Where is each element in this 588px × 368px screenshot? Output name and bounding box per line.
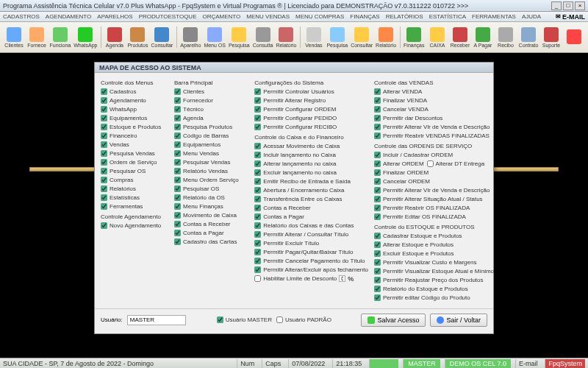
save-button[interactable]: Salvar Acesso bbox=[361, 314, 426, 327]
chk-vendas[interactable] bbox=[101, 141, 107, 148]
toolbar-caixa[interactable]: CAIXA bbox=[426, 24, 448, 51]
chk-master[interactable] bbox=[217, 316, 223, 323]
toolbar-finanças[interactable]: Finanças bbox=[403, 24, 426, 51]
toolbar-menu os[interactable]: Menu OS bbox=[203, 24, 227, 51]
chk-padrao[interactable] bbox=[276, 316, 283, 323]
user-input[interactable] bbox=[127, 315, 186, 325]
chk-permitir-configurar-[interactable] bbox=[254, 115, 261, 121]
chk-pesquisa-produtos[interactable] bbox=[174, 124, 181, 130]
menu-menu-compras[interactable]: MENU COMPRAS bbox=[295, 12, 344, 21]
chk-c-digo-de-barras[interactable] bbox=[174, 132, 181, 139]
chk-agenda[interactable] bbox=[174, 115, 181, 121]
chk-contas-a-pagar[interactable] bbox=[174, 230, 181, 236]
toolbar-whatsapp[interactable]: WhatsApp bbox=[73, 24, 98, 51]
menu-menu-vendas[interactable]: MENU VENDAS bbox=[246, 12, 290, 21]
chk-relat-rio-da-os[interactable] bbox=[174, 194, 181, 201]
chk-alterar-venda[interactable] bbox=[374, 88, 381, 95]
chk-fornecedor[interactable] bbox=[174, 97, 181, 104]
email-indicator[interactable]: ✉ E-MAIL bbox=[556, 12, 585, 21]
chk-incluir-lan-amento-n[interactable] bbox=[254, 152, 261, 158]
chk-relat-rio-dos-caixas[interactable] bbox=[254, 222, 261, 229]
chk-relat-rio-vendas[interactable] bbox=[174, 168, 181, 174]
toolbar-relatório[interactable]: Relatório bbox=[275, 24, 298, 51]
chk-menu-vendas[interactable] bbox=[174, 150, 181, 157]
chk-cadastrar-estoque-e-[interactable] bbox=[374, 233, 381, 239]
toolbar-suporte[interactable]: Suporte bbox=[540, 24, 562, 51]
chk-permitir-alterar-sit[interactable] bbox=[374, 196, 381, 202]
chk-clientes[interactable] bbox=[174, 88, 181, 95]
toolbar-aparelho[interactable]: Aparelho bbox=[179, 24, 202, 51]
toolbar-pesquisa[interactable]: Pesquisa bbox=[227, 24, 251, 51]
chk-alterar-ordem[interactable] bbox=[374, 160, 381, 167]
chk-equipamentos[interactable] bbox=[101, 115, 107, 121]
chk-permitir-reajustar-p[interactable] bbox=[374, 277, 381, 283]
menu-agendamento[interactable]: AGENDAMENTO bbox=[46, 12, 92, 21]
chk-permitir-alterar-exc[interactable] bbox=[254, 266, 261, 273]
chk-ordem-de-servi-o[interactable] bbox=[101, 159, 107, 166]
toolbar-funciona[interactable]: Funciona bbox=[49, 24, 72, 51]
toolbar-relatório[interactable]: Relatório bbox=[375, 24, 398, 51]
toolbar-produtos[interactable]: Produtos bbox=[126, 24, 149, 51]
chk-cancelar-ordem[interactable] bbox=[374, 178, 381, 185]
toolbar-agenda[interactable]: Agenda bbox=[104, 24, 126, 51]
chk-incluir-cadastrar-or[interactable] bbox=[374, 152, 381, 158]
chk-alterar-dt-entrega[interactable] bbox=[427, 160, 434, 167]
chk-pesquisar-vendas[interactable] bbox=[174, 159, 181, 166]
chk-permitir-editar-os-f[interactable] bbox=[374, 213, 381, 220]
chk-t-cnico[interactable] bbox=[174, 106, 181, 113]
chk-financeiro[interactable] bbox=[101, 132, 107, 139]
chk-menu-ordem-servi-o[interactable] bbox=[174, 177, 181, 183]
menu-cadastros[interactable]: CADASTROS bbox=[3, 12, 40, 21]
menu-finanças[interactable]: FINANÇAS bbox=[350, 12, 379, 21]
chk-permitir-reabrir-ven[interactable] bbox=[374, 132, 381, 139]
chk-alterar-estoque-e-pr[interactable] bbox=[374, 241, 381, 248]
chk-permitir-alterar-vlr[interactable] bbox=[374, 187, 381, 194]
chk-permitir-controlar-u[interactable] bbox=[254, 88, 261, 95]
chk-finalizar-venda[interactable] bbox=[374, 97, 381, 104]
toolbar-consultar[interactable]: Consultar bbox=[150, 24, 174, 51]
chk-contas-a-receber[interactable] bbox=[174, 221, 181, 227]
toolbar-exit[interactable] bbox=[563, 24, 585, 51]
menu-ferramentas[interactable]: FERRAMENTAS bbox=[472, 12, 516, 21]
menu-aparelhos[interactable]: APARELHOS bbox=[97, 12, 132, 21]
chk-compras[interactable] bbox=[101, 177, 107, 183]
chk-abertura-encerrament[interactable] bbox=[254, 187, 261, 194]
chk-equipamentos[interactable] bbox=[174, 141, 181, 148]
chk-permitir-alterar-con[interactable] bbox=[254, 231, 261, 238]
chk-whatsapp[interactable] bbox=[101, 106, 107, 113]
chk-pesquisa-vendas[interactable] bbox=[101, 150, 107, 157]
chk-permitir-excluir-t-t[interactable] bbox=[254, 240, 261, 247]
chk-permitir-alterar-vlr[interactable] bbox=[374, 124, 381, 130]
toolbar-consultar[interactable]: Consultar bbox=[350, 24, 374, 51]
close-button[interactable]: × bbox=[575, 1, 585, 10]
chk-cadastro-das-cartas[interactable] bbox=[174, 238, 181, 245]
toolbar-contrato[interactable]: Contrato bbox=[517, 24, 539, 51]
menu-ajuda[interactable]: AJUDA bbox=[522, 12, 541, 21]
chk-permitir-visualizar-[interactable] bbox=[374, 259, 381, 266]
toolbar-clientes[interactable]: Clientes bbox=[3, 24, 25, 51]
menu-produtoestoque[interactable]: PRODUTOESTOQUE bbox=[139, 12, 197, 21]
toolbar-vendas[interactable]: Vendas bbox=[303, 24, 325, 51]
discount-input[interactable] bbox=[339, 275, 345, 282]
chk-finalizar-ordem[interactable] bbox=[374, 169, 381, 176]
chk-discount[interactable] bbox=[254, 275, 261, 282]
chk-emitir-recibo-de-ent[interactable] bbox=[254, 178, 261, 185]
chk-contas-a-pagar[interactable] bbox=[254, 213, 261, 220]
chk-transfer-ncia-entre-[interactable] bbox=[254, 196, 261, 202]
chk-permitir-visualizar-[interactable] bbox=[374, 268, 381, 275]
chk-cadastros[interactable] bbox=[101, 88, 107, 95]
chk-permitir-pagar-quita[interactable] bbox=[254, 249, 261, 255]
chk-permitir-configurar-[interactable] bbox=[254, 106, 261, 113]
chk-agendamento[interactable] bbox=[101, 97, 107, 104]
toolbar-pesquisa[interactable]: Pesquisa bbox=[326, 24, 349, 51]
chk-contas-a-receber[interactable] bbox=[254, 205, 261, 211]
chk-novo-agendamento[interactable] bbox=[101, 222, 107, 229]
toolbar-receber[interactable]: Receber bbox=[449, 24, 471, 51]
toolbar-a pagar[interactable]: A Pagar bbox=[472, 24, 494, 51]
chk-pesquisar-os[interactable] bbox=[174, 185, 181, 192]
menu-estatística[interactable]: ESTATÍSTICA bbox=[429, 12, 466, 21]
chk-alterar-lan-amento-n[interactable] bbox=[254, 160, 261, 167]
chk-excluir-estoque-e-pr[interactable] bbox=[374, 250, 381, 257]
chk-permitir-alterar-reg[interactable] bbox=[254, 97, 261, 104]
chk-relat-rio-do-estoque[interactable] bbox=[374, 286, 381, 292]
